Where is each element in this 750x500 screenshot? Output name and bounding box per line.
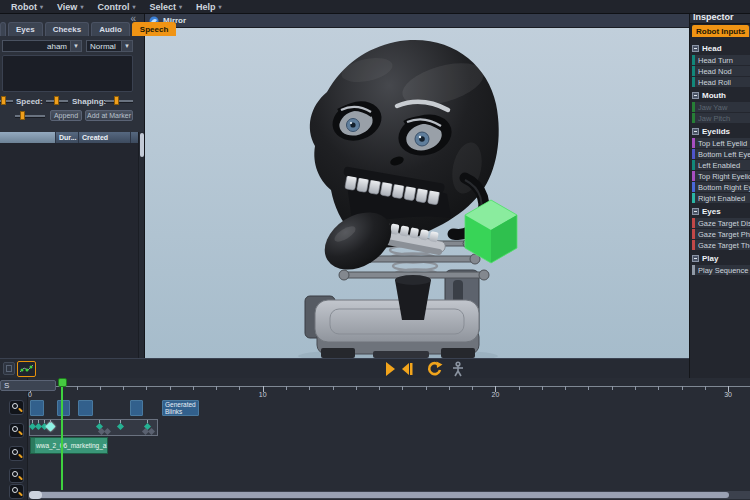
input-label: Right Enabled — [695, 194, 745, 203]
keyframe-diamond[interactable] — [116, 423, 123, 430]
track-zoom-button[interactable] — [9, 468, 24, 483]
robot-input-row[interactable]: Bottom Left Eyelid — [692, 149, 750, 159]
robot-input-row[interactable]: Head Turn — [692, 55, 750, 65]
column-header-name[interactable] — [0, 132, 56, 143]
curve-editor-tool-button[interactable] — [17, 361, 36, 377]
column-header-duration[interactable]: Dur... — [56, 132, 79, 143]
ruler-tick-label: 10 — [259, 391, 267, 398]
menu-control[interactable]: Control▾ — [90, 2, 142, 12]
caret-down-icon: ▾ — [40, 3, 43, 10]
robot-input-row[interactable]: Head Roll — [692, 77, 750, 87]
track-group-label[interactable]: S — [0, 380, 56, 391]
inspector-section-eyelids[interactable]: Eyelids — [692, 126, 750, 137]
robot-input-row[interactable]: Jaw Yaw — [692, 102, 750, 112]
motion-clip[interactable] — [30, 400, 44, 416]
inspector-sections: HeadHead TurnHead NodHead RollMouthJaw Y… — [690, 37, 750, 275]
slider-handle[interactable] — [20, 111, 25, 120]
sync-refresh-button[interactable] — [426, 361, 443, 377]
collapse-box-icon[interactable] — [692, 128, 699, 135]
add-at-marker-button[interactable]: Add at Marker — [85, 110, 133, 121]
section-name: Head — [702, 44, 722, 53]
chevron-down-icon[interactable]: ▼ — [121, 41, 132, 51]
inspector-section-eyes[interactable]: Eyes — [692, 206, 750, 217]
magnifier-handle — [18, 476, 23, 481]
play-button[interactable] — [384, 361, 396, 377]
ruler-tick — [193, 386, 194, 390]
style-dropdown[interactable]: Normal ▼ — [86, 40, 133, 52]
motion-clip[interactable] — [78, 400, 93, 416]
tab-cheeks[interactable]: Cheeks — [45, 22, 89, 36]
3d-viewport[interactable] — [145, 28, 692, 358]
pointer-tool-button[interactable] — [3, 362, 15, 375]
inspector-section-play[interactable]: Play — [692, 253, 750, 264]
robot-input-row[interactable]: Right Enabled — [692, 193, 750, 203]
slider-handle[interactable] — [1, 96, 6, 105]
collapse-box-icon[interactable] — [692, 208, 699, 215]
clip-fade-handle[interactable] — [31, 438, 35, 453]
menu-help[interactable]: Help▾ — [189, 2, 229, 12]
inspector-section-head[interactable]: Head — [692, 43, 750, 54]
collapse-box-icon[interactable] — [692, 45, 699, 52]
table-scrollbar-thumb[interactable] — [140, 133, 144, 157]
robot-input-row[interactable]: Left Enabled — [692, 160, 750, 170]
audio-clip[interactable]: wwa_2_06_marketing_all_don — [30, 437, 108, 454]
step-back-button[interactable] — [399, 361, 414, 377]
menu-select[interactable]: Select▾ — [142, 2, 189, 12]
motion-clip[interactable] — [130, 400, 143, 416]
speed-label: Speed: — [16, 97, 43, 106]
tab-robot-inputs[interactable]: Robot Inputs — [692, 25, 749, 37]
clip-table-body[interactable] — [0, 143, 139, 358]
table-scrollbar[interactable] — [138, 132, 144, 358]
left-edge-slider[interactable] — [0, 96, 13, 105]
tab-clipped[interactable] — [0, 22, 6, 36]
magnifier-handle — [18, 492, 23, 497]
input-label: Top Left Eyelid — [695, 139, 747, 148]
chevron-down-icon[interactable]: ▼ — [70, 41, 81, 51]
append-button[interactable]: Append — [50, 110, 82, 121]
robot-input-row[interactable]: Head Nod — [692, 66, 750, 76]
speech-text-area[interactable] — [2, 55, 133, 92]
scrollbar-thumb-cap[interactable] — [29, 491, 42, 499]
robot-input-row[interactable]: Bottom Right Eyelid — [692, 182, 750, 192]
robot-input-row[interactable]: Play Sequence — [692, 265, 750, 275]
tab-speech[interactable]: Speech — [132, 22, 176, 36]
volume-slider[interactable] — [15, 111, 45, 120]
robot-input-row[interactable]: Gaze Target Theta — [692, 240, 750, 250]
character-pose-button[interactable] — [451, 361, 465, 377]
tab-audio[interactable]: Audio — [91, 22, 130, 36]
speed-slider[interactable] — [46, 96, 68, 105]
menu-view[interactable]: View▾ — [50, 2, 90, 12]
keyframe-region[interactable] — [29, 419, 158, 436]
track-zoom-button[interactable] — [9, 484, 24, 499]
shaping-slider[interactable] — [105, 96, 133, 105]
menu-label: Robot — [11, 2, 37, 12]
collapse-box-icon[interactable] — [692, 255, 699, 262]
collapse-box-icon[interactable] — [692, 92, 699, 99]
motion-clip[interactable] — [57, 400, 70, 416]
playhead[interactable] — [58, 378, 67, 387]
timeline-horizontal-scrollbar[interactable] — [28, 491, 750, 499]
keyframe-diamond-inactive[interactable] — [147, 428, 154, 435]
slider-handle[interactable] — [114, 96, 119, 105]
slider-handle[interactable] — [54, 96, 59, 105]
scrollbar-thumb[interactable] — [29, 492, 729, 498]
keyframe-diamond-selected[interactable] — [45, 422, 55, 432]
robot-input-row[interactable]: Gaze Target Phi — [692, 229, 750, 239]
generated-blinks-clip[interactable]: Generated Blinks — [162, 400, 199, 416]
menu-robot[interactable]: Robot▾ — [4, 2, 50, 12]
keyframe-diamond-inactive[interactable] — [103, 428, 110, 435]
robot-input-row[interactable]: Gaze Target Distance — [692, 218, 750, 228]
inspector-section-mouth[interactable]: Mouth — [692, 90, 750, 101]
robot-input-row[interactable]: Jaw Pitch — [692, 113, 750, 123]
column-header-created[interactable]: Created — [79, 132, 131, 143]
voice-dropdown[interactable]: aham ▼ — [2, 40, 82, 52]
viewport-title-bar: Mirror — [145, 14, 692, 28]
menu-label: Select — [149, 2, 176, 12]
robot-input-row[interactable]: Top Left Eyelid — [692, 138, 750, 148]
timeline-panel: 0102030 S Generated Blinks wwa_2_06_mark… — [0, 378, 750, 500]
timeline-ruler[interactable]: 0102030 — [0, 378, 750, 398]
menu-bar: Robot▾View▾Control▾Select▾Help▾ — [0, 0, 750, 14]
keyframe-tick — [147, 420, 148, 423]
robot-input-row[interactable]: Top Right Eyelid — [692, 171, 750, 181]
tab-eyes[interactable]: Eyes — [8, 22, 43, 36]
